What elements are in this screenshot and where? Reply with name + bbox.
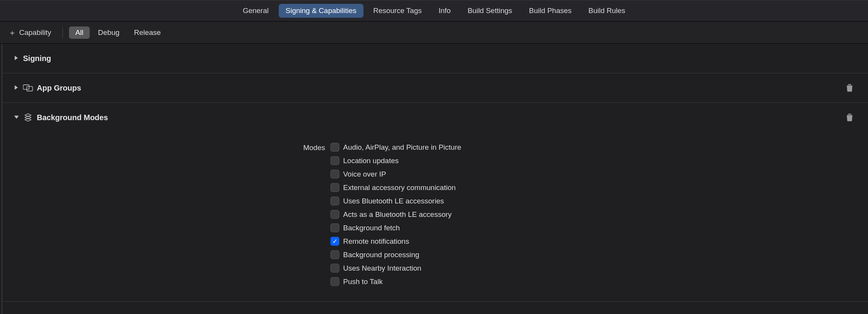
mode-checkbox[interactable] [330,210,339,219]
delete-background-modes-button[interactable] [846,113,853,122]
mode-item: Uses Bluetooth LE accessories [330,197,461,205]
app-groups-icon [23,83,33,93]
mode-label: Push to Talk [343,278,383,286]
mode-item: ✓Remote notifications [330,237,461,246]
tab-resource-tags[interactable]: Resource Tags [367,4,429,18]
mode-checkbox[interactable] [330,264,339,273]
mode-item: Location updates [330,156,461,165]
config-all[interactable]: All [69,26,89,39]
tab-build-settings[interactable]: Build Settings [461,4,519,18]
mode-item: Push to Talk [330,277,461,286]
mode-item: Background processing [330,250,461,259]
tab-info[interactable]: Info [432,4,458,18]
mode-checkbox[interactable] [330,183,339,192]
svg-rect-1 [27,86,33,91]
chevron-down-icon [12,114,21,122]
capabilities-panel: Signing App Groups [2,44,868,314]
mode-item: Uses Nearby Interaction [330,264,461,273]
mode-checkbox[interactable] [330,223,339,232]
mode-label: Acts as a Bluetooth LE accessory [343,210,452,219]
tab-general[interactable]: General [236,4,276,18]
mode-checkbox[interactable] [330,156,339,165]
section-signing[interactable]: Signing [2,44,868,73]
config-segmented-control: All Debug Release [69,26,167,39]
section-title-appgroups: App Groups [37,84,81,93]
mode-checkbox[interactable] [330,250,339,259]
mode-label: Background fetch [343,224,400,232]
mode-item: External accessory communication [330,183,461,192]
add-capability-label: Capability [19,28,51,37]
section-background-modes[interactable]: Background Modes [2,103,868,132]
mode-label: Remote notifications [343,237,409,246]
chevron-right-icon [12,84,21,92]
mode-label: Uses Bluetooth LE accessories [343,197,444,205]
mode-item: Audio, AirPlay, and Picture in Picture [330,143,461,152]
delete-app-groups-button[interactable] [846,84,853,92]
modes-label: Modes [12,143,330,152]
mode-checkbox[interactable] [330,170,339,178]
add-capability-button[interactable]: ＋ Capability [7,28,53,37]
mode-label: Voice over IP [343,170,386,178]
tab-signing-capabilities[interactable]: Signing & Capabilities [279,4,363,18]
section-title-signing: Signing [23,54,51,63]
mode-label: Uses Nearby Interaction [343,264,421,273]
section-app-groups[interactable]: App Groups [2,73,868,103]
plus-icon: ＋ [8,29,16,36]
mode-label: Location updates [343,157,399,165]
mode-item: Acts as a Bluetooth LE accessory [330,210,461,219]
svg-rect-0 [23,85,29,89]
background-modes-icon [23,112,33,122]
mode-label: External accessory communication [343,183,456,192]
config-debug[interactable]: Debug [92,26,126,39]
mode-label: Audio, AirPlay, and Picture in Picture [343,143,461,152]
content-area: Signing App Groups [0,44,868,314]
section-title-bgmodes: Background Modes [37,113,108,122]
toolbar-divider [62,27,63,38]
mode-checkbox[interactable]: ✓ [330,237,339,246]
tab-build-phases[interactable]: Build Phases [522,4,579,18]
mode-item: Background fetch [330,223,461,232]
mode-checkbox[interactable] [330,197,339,205]
mode-checkbox[interactable] [330,143,339,152]
config-release[interactable]: Release [128,26,167,39]
top-tab-bar: General Signing & Capabilities Resource … [0,0,868,21]
mode-checkbox[interactable] [330,277,339,286]
mode-label: Background processing [343,251,419,259]
chevron-right-icon [12,55,21,63]
check-icon: ✓ [332,238,337,245]
modes-list: Audio, AirPlay, and Picture in PictureLo… [330,143,461,286]
mode-item: Voice over IP [330,170,461,178]
tab-build-rules[interactable]: Build Rules [582,4,632,18]
background-modes-body: Modes Audio, AirPlay, and Picture in Pic… [2,132,868,302]
capabilities-toolbar: ＋ Capability All Debug Release [0,21,868,44]
